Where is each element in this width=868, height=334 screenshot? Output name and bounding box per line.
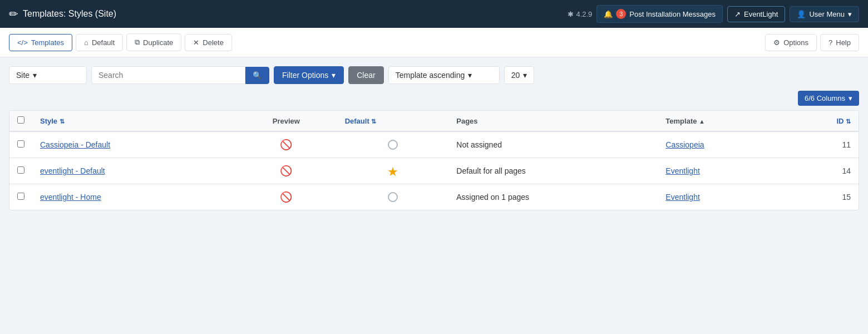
check-all-header <box>9 111 32 131</box>
duplicate-icon: ⧉ <box>135 38 140 47</box>
columns-label: 6/6 Columns <box>805 94 845 102</box>
default-star-icon[interactable]: ★ <box>387 165 399 177</box>
site-dropdown[interactable]: Site ▾ <box>9 66 87 84</box>
row-checkbox[interactable] <box>17 166 24 174</box>
home-icon: ⌂ <box>84 38 88 47</box>
search-container: 🔍 <box>91 66 269 84</box>
data-table: Style ⇅ Preview Default ⇅ Pages Templa <box>9 110 859 210</box>
default-header[interactable]: Default ⇅ <box>337 111 449 131</box>
id-cell: 14 <box>788 158 859 184</box>
bell-icon: 🔔 <box>604 10 613 18</box>
default-radio[interactable] <box>388 140 398 150</box>
user-menu-button[interactable]: 👤 User Menu ▾ <box>790 6 859 22</box>
style-cell: eventlight - Home <box>32 184 235 210</box>
gear-icon: ⚙ <box>773 38 780 47</box>
table-row: eventlight - Home🚫Assigned on 1 pagesEve… <box>9 184 859 210</box>
filter-options-button[interactable]: Filter Options ▾ <box>274 66 344 84</box>
filter-row: Site ▾ 🔍 Filter Options ▾ Clear Template… <box>9 66 859 84</box>
search-button[interactable]: 🔍 <box>245 67 269 84</box>
table-row: eventlight - Default🚫★Default for all pa… <box>9 158 859 184</box>
default-radio[interactable] <box>388 192 398 202</box>
columns-row: 6/6 Columns ▾ <box>9 91 859 106</box>
notifications-button[interactable]: 🔔 3 Post Installation Messages <box>596 5 723 23</box>
duplicate-button[interactable]: ⧉ Duplicate <box>126 33 181 51</box>
help-label: Help <box>836 38 851 47</box>
check-all-checkbox[interactable] <box>17 116 24 124</box>
sort-asc-icon: ▲ <box>699 118 705 125</box>
templates-label: Templates <box>31 38 64 47</box>
id-header[interactable]: ID ⇅ <box>788 111 859 131</box>
hidden-preview-icon: 🚫 <box>280 191 292 203</box>
notification-badge: 3 <box>616 9 626 19</box>
table-row: Cassiopeia - Default🚫Not assignedCassiop… <box>9 131 859 158</box>
sort-label: Template ascending <box>396 71 465 80</box>
chevron-down-icon: ▾ <box>332 71 336 80</box>
style-link[interactable]: Cassiopeia - Default <box>40 140 110 149</box>
external-link-icon: ↗ <box>734 10 741 18</box>
row-checkbox[interactable] <box>17 140 24 148</box>
preview-cell: 🚫 <box>235 131 337 158</box>
options-label: Options <box>783 38 808 47</box>
delete-label: Delete <box>203 38 224 47</box>
row-checkbox-cell <box>9 184 32 210</box>
style-header[interactable]: Style ⇅ <box>32 111 235 131</box>
preview-cell: 🚫 <box>235 158 337 184</box>
table-header-row: Style ⇅ Preview Default ⇅ Pages Templa <box>9 111 859 131</box>
count-dropdown[interactable]: 20 ▾ <box>504 66 535 84</box>
row-checkbox[interactable] <box>17 193 24 200</box>
default-cell: ★ <box>337 158 449 184</box>
navbar-right: ✱ 4.2.9 🔔 3 Post Installation Messages ↗… <box>568 5 859 23</box>
eventlight-label: EventLight <box>744 10 778 18</box>
user-icon: 👤 <box>797 10 806 18</box>
help-icon: ? <box>828 38 832 47</box>
brand: ✏ Templates: Styles (Site) <box>9 7 561 21</box>
version-label: 4.2.9 <box>576 10 592 18</box>
columns-button[interactable]: 6/6 Columns ▾ <box>798 91 859 106</box>
help-button[interactable]: ? Help <box>820 34 859 51</box>
style-cell: Cassiopeia - Default <box>32 131 235 158</box>
hidden-preview-icon: 🚫 <box>280 139 292 150</box>
id-cell: 15 <box>788 184 859 210</box>
template-link[interactable]: Eventlight <box>665 193 699 202</box>
style-link[interactable]: eventlight - Default <box>40 166 105 175</box>
toolbar: </> Templates ⌂ Default ⧉ Duplicate ✕ De… <box>0 28 868 57</box>
duplicate-label: Duplicate <box>143 38 173 47</box>
filter-options-label: Filter Options <box>282 71 328 80</box>
preview-header: Preview <box>235 111 337 131</box>
sort-icon: ⇅ <box>60 118 65 125</box>
chevron-down-icon: ▾ <box>523 71 527 80</box>
delete-icon: ✕ <box>193 38 199 47</box>
template-link[interactable]: Cassiopeia <box>665 140 704 149</box>
sort-dropdown[interactable]: Template ascending ▾ <box>388 66 500 84</box>
template-header: Template ▲ <box>658 111 788 131</box>
preview-cell: 🚫 <box>235 184 337 210</box>
row-checkbox-cell <box>9 158 32 184</box>
search-input[interactable] <box>91 66 245 84</box>
chevron-down-icon: ▾ <box>849 94 852 102</box>
post-install-label: Post Installation Messages <box>629 10 716 18</box>
chevron-down-icon: ▾ <box>848 10 852 18</box>
default-label: Default <box>92 38 115 47</box>
eventlight-button[interactable]: ↗ EventLight <box>727 6 785 22</box>
pages-header: Pages <box>448 111 658 131</box>
site-label: Site <box>16 71 29 80</box>
clear-button[interactable]: Clear <box>348 66 383 84</box>
template-cell: Cassiopeia <box>658 131 788 158</box>
sort-icon: ⇅ <box>846 118 851 125</box>
clear-label: Clear <box>357 71 375 80</box>
pages-cell: Default for all pages <box>448 158 658 184</box>
options-button[interactable]: ⚙ Options <box>765 34 817 51</box>
template-link[interactable]: Eventlight <box>665 166 699 175</box>
joomla-icon: ✱ 4.2.9 <box>568 10 592 18</box>
top-navbar: ✏ Templates: Styles (Site) ✱ 4.2.9 🔔 3 P… <box>0 0 868 28</box>
default-cell <box>337 131 449 158</box>
count-label: 20 <box>511 71 520 80</box>
sort-icon: ⇅ <box>371 118 376 125</box>
style-cell: eventlight - Default <box>32 158 235 184</box>
templates-button[interactable]: </> Templates <box>9 34 72 51</box>
pages-cell: Assigned on 1 pages <box>448 184 658 210</box>
delete-button[interactable]: ✕ Delete <box>185 34 232 51</box>
default-button[interactable]: ⌂ Default <box>76 34 123 51</box>
style-link[interactable]: eventlight - Home <box>40 193 101 202</box>
default-cell <box>337 184 449 210</box>
